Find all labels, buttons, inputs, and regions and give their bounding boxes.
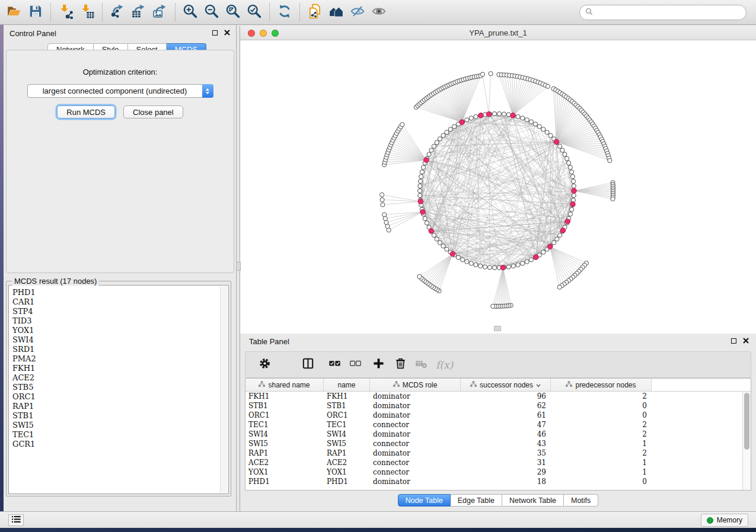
close-table-panel-icon[interactable] bbox=[743, 338, 749, 344]
window-close-button[interactable] bbox=[248, 30, 255, 37]
mcds-result-node[interactable]: TEC1 bbox=[9, 430, 228, 440]
mcds-tab-content: Optimization criterion: largest connecte… bbox=[6, 50, 234, 273]
window-minimize-button[interactable] bbox=[260, 30, 267, 37]
cell-successor-nodes: 29 bbox=[461, 468, 551, 476]
table-row[interactable]: FKH1FKH1dominator962 bbox=[245, 392, 742, 401]
tab-node-table[interactable]: Node Table bbox=[398, 494, 451, 507]
zoom-in-button[interactable] bbox=[180, 2, 201, 23]
memory-button[interactable]: Memory bbox=[701, 514, 748, 527]
cell-name: YOX1 bbox=[324, 468, 370, 476]
mcds-result-node[interactable]: CAR1 bbox=[9, 297, 228, 307]
table-row[interactable]: STB1STB1dominator620 bbox=[245, 401, 742, 411]
result-list-scrollbar[interactable] bbox=[220, 286, 228, 493]
node-table: shared namenameMCDS rolesuccessor nodesp… bbox=[245, 378, 751, 491]
network-window-titlebar[interactable]: YPA_prune.txt_1 bbox=[240, 26, 756, 40]
network-overview-button[interactable] bbox=[326, 2, 347, 23]
vertical-splitter-grip[interactable] bbox=[236, 262, 241, 271]
column-header-successor-nodes[interactable]: successor nodes bbox=[461, 379, 551, 391]
window-zoom-button[interactable] bbox=[272, 30, 279, 37]
search-input[interactable] bbox=[596, 8, 741, 17]
import-table-button[interactable] bbox=[76, 2, 98, 23]
close-panel-button[interactable]: Close panel bbox=[123, 105, 183, 118]
select-all-button[interactable] bbox=[328, 357, 341, 372]
function-button: f(x) bbox=[436, 359, 453, 371]
mcds-result-node[interactable]: PHD1 bbox=[9, 288, 228, 297]
table-scrollbar[interactable] bbox=[742, 392, 751, 490]
export-network-button[interactable] bbox=[107, 2, 128, 23]
export-table-button[interactable] bbox=[128, 2, 149, 23]
open-file-button[interactable] bbox=[4, 2, 25, 23]
mcds-result-list[interactable]: PHD1CAR1STP4TID3YOX1SWI4SRD1PMA2FKH1ACE2… bbox=[8, 285, 229, 494]
column-header-name[interactable]: name bbox=[324, 379, 370, 391]
mcds-result-node[interactable]: SWI4 bbox=[9, 335, 228, 345]
gear-icon bbox=[259, 357, 271, 372]
table-row[interactable]: RAP1RAP1dominator352 bbox=[245, 448, 742, 458]
table-row[interactable]: SWI4SWI4dominator462 bbox=[245, 430, 742, 439]
task-history-button[interactable] bbox=[8, 514, 24, 526]
tab-edge-table[interactable]: Edge Table bbox=[451, 494, 502, 507]
horizontal-splitter-grip[interactable] bbox=[494, 326, 501, 331]
mcds-result-node[interactable]: ACE2 bbox=[9, 373, 228, 383]
mcds-result-node[interactable]: TID3 bbox=[9, 316, 228, 326]
cell-mcds-role: dominator bbox=[370, 411, 461, 419]
cell-shared-name: TEC1 bbox=[245, 421, 324, 429]
table-scrollbar-thumb[interactable] bbox=[744, 393, 749, 450]
table-row[interactable]: YOX1YOX1connector291 bbox=[245, 467, 742, 477]
network-view[interactable] bbox=[240, 40, 756, 334]
save-session-button[interactable] bbox=[25, 2, 46, 23]
float-panel-icon[interactable] bbox=[212, 30, 218, 36]
tab-motifs[interactable]: Motifs bbox=[564, 494, 598, 507]
column-header-mcds-role[interactable]: MCDS role bbox=[370, 379, 461, 391]
mcds-result-node[interactable]: ORC1 bbox=[9, 392, 228, 402]
tab-network-table[interactable]: Network Table bbox=[502, 494, 564, 507]
mcds-result-node[interactable]: STB1 bbox=[9, 411, 228, 421]
mcds-result-node[interactable]: SWI5 bbox=[9, 421, 228, 430]
show-graphics-details-button[interactable] bbox=[368, 2, 390, 23]
zoom-selected-button[interactable] bbox=[244, 2, 265, 23]
table-row[interactable]: PHD1PHD1dominator180 bbox=[245, 477, 742, 486]
mcds-result-node[interactable]: FKH1 bbox=[9, 364, 228, 373]
gear-button[interactable] bbox=[259, 357, 271, 372]
duplicate-network-button[interactable] bbox=[304, 2, 326, 23]
run-mcds-button[interactable]: Run MCDS bbox=[57, 105, 115, 118]
export-image-button[interactable] bbox=[149, 2, 171, 23]
hide-graphics-details-button[interactable] bbox=[347, 2, 368, 23]
import-network-button[interactable] bbox=[55, 2, 76, 23]
memory-status-icon bbox=[707, 517, 713, 524]
toolbar-separator bbox=[175, 4, 176, 21]
table-row[interactable]: SWI5SWI5connector431 bbox=[245, 439, 742, 448]
mcds-result-node[interactable]: YOX1 bbox=[9, 326, 228, 335]
window-buttons bbox=[248, 30, 279, 37]
delete-icon bbox=[394, 357, 407, 372]
table-row[interactable]: TEC1TEC1connector472 bbox=[245, 420, 742, 430]
float-table-panel-icon[interactable] bbox=[731, 338, 736, 344]
cell-shared-name: STB1 bbox=[245, 402, 324, 410]
deselect-all-button[interactable] bbox=[349, 357, 362, 372]
toolbar-separator bbox=[50, 4, 51, 21]
table-row[interactable]: ORC1ORC1dominator610 bbox=[245, 411, 742, 420]
mcds-result-node[interactable]: RAP1 bbox=[9, 402, 228, 411]
cell-successor-nodes: 62 bbox=[461, 402, 551, 410]
table-panel-tabs: Node TableEdge TableNetwork TableMotifs bbox=[240, 494, 756, 507]
close-panel-icon[interactable] bbox=[224, 30, 230, 36]
optimization-criterion-select[interactable]: largest connected component (undirected) bbox=[27, 84, 213, 98]
mcds-result-node[interactable]: PMA2 bbox=[9, 354, 228, 364]
delete-button[interactable] bbox=[394, 357, 407, 372]
mcds-result-node[interactable]: STP4 bbox=[9, 307, 228, 316]
cell-name: ORC1 bbox=[324, 411, 370, 419]
mcds-result-node[interactable]: SRD1 bbox=[9, 345, 228, 354]
column-header-predecessor-nodes[interactable]: predecessor nodes bbox=[551, 379, 652, 391]
save-session-icon bbox=[28, 4, 43, 21]
mcds-result-node[interactable]: STB5 bbox=[9, 383, 228, 392]
attribute-type-icon bbox=[259, 381, 265, 389]
mcds-result-node[interactable]: GCR1 bbox=[9, 440, 228, 449]
column-menu-icon[interactable] bbox=[536, 381, 541, 389]
refresh-button[interactable] bbox=[274, 2, 295, 23]
search-box[interactable] bbox=[579, 5, 747, 20]
add-button[interactable] bbox=[372, 357, 385, 372]
table-row[interactable]: ACE2ACE2connector311 bbox=[245, 458, 742, 467]
columns-button[interactable] bbox=[302, 357, 314, 372]
zoom-fit-button[interactable] bbox=[222, 2, 244, 23]
column-header-shared-name[interactable]: shared name bbox=[245, 379, 324, 391]
zoom-out-button[interactable] bbox=[201, 2, 222, 23]
